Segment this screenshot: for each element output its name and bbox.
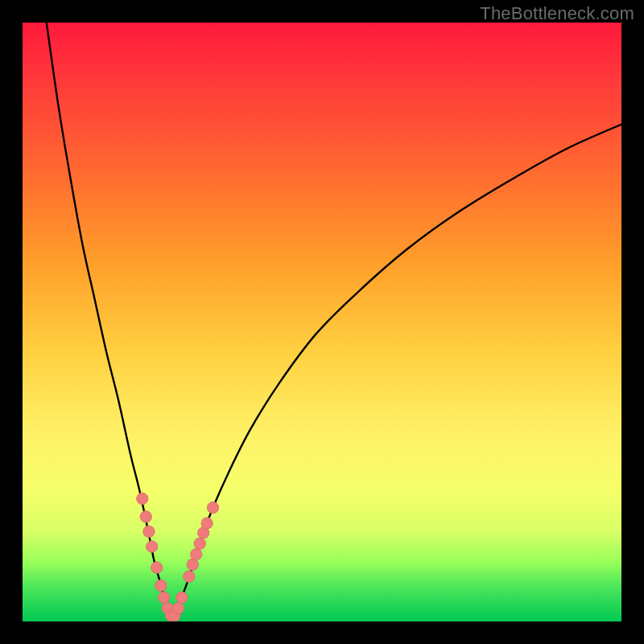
outer-frame: TheBottleneck.com [0, 0, 644, 644]
marker-group [137, 493, 219, 621]
data-marker [140, 511, 151, 522]
data-marker [191, 548, 202, 559]
data-marker [147, 541, 158, 552]
data-marker [184, 571, 195, 582]
data-marker [172, 602, 184, 613]
curve-group [47, 23, 621, 621]
data-marker [176, 592, 188, 603]
data-marker [137, 493, 148, 504]
data-marker [194, 538, 205, 549]
data-marker [201, 518, 213, 529]
data-marker [187, 559, 198, 570]
data-marker [143, 526, 155, 537]
data-marker [151, 562, 162, 573]
curve-right-branch [172, 124, 621, 621]
data-marker [155, 580, 167, 591]
data-marker [158, 592, 169, 603]
data-marker [207, 502, 218, 513]
bottleneck-chart [23, 23, 621, 621]
watermark-text: TheBottleneck.com [480, 3, 634, 24]
